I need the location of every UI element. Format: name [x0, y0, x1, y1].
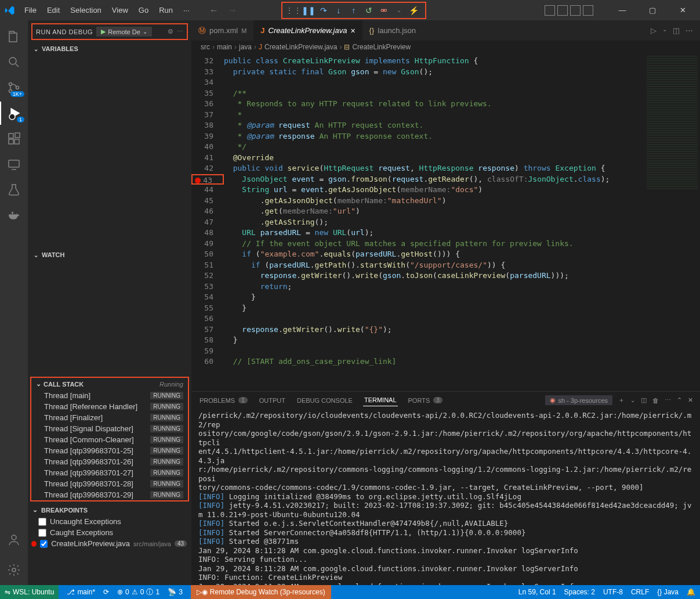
accounts-icon[interactable] — [0, 528, 28, 551]
thread-row[interactable]: Thread [qtp399683701-26]RUNNING — [31, 456, 188, 467]
line-gutter[interactable]: 3233343536373839404142434445464748495051… — [191, 53, 224, 391]
debug-config-dropdown[interactable]: ▶ Remote De ⌄ — [96, 27, 152, 37]
chevron-up-icon[interactable]: ⌃ — [677, 396, 682, 404]
hot-reload-icon[interactable]: ⚡ — [408, 4, 420, 17]
more-icon[interactable]: ⋯ — [177, 28, 183, 35]
minimap[interactable] — [644, 53, 700, 391]
debug-settings-icon[interactable]: ⚙ — [168, 28, 173, 35]
docker-icon[interactable] — [0, 204, 28, 227]
close-panel-icon[interactable]: ✕ — [688, 396, 693, 404]
breakpoint-line-43[interactable]: 43 — [191, 174, 224, 185]
kill-terminal-icon[interactable]: 🗑 — [652, 397, 659, 404]
thread-row[interactable]: Thread [Finalizer]RUNNING — [31, 412, 188, 423]
terminal-shell-picker[interactable]: ◉ sh - 3p-resources — [545, 395, 612, 405]
remote-explorer-icon[interactable] — [0, 153, 28, 176]
menu-selection[interactable]: Selection — [66, 3, 106, 17]
split-terminal-icon[interactable]: ◫ — [641, 396, 647, 404]
thread-row[interactable]: Thread [Common-Cleaner]RUNNING — [31, 434, 188, 445]
menu-edit[interactable]: Edit — [42, 3, 64, 17]
tab-debug-console[interactable]: DEBUG CONSOLE — [296, 395, 354, 406]
debug-status[interactable]: ▷◉ Remote Debug Watch (3p-resources) — [191, 585, 331, 599]
menu-view[interactable]: View — [107, 3, 133, 17]
close-tab-icon[interactable]: × — [350, 26, 355, 35]
titlebar: File Edit Selection View Go Run ··· ← → … — [0, 0, 700, 20]
layout-bottom-icon[interactable] — [557, 5, 568, 16]
nav-back-icon[interactable]: ← — [207, 4, 221, 17]
explorer-icon[interactable] — [0, 25, 28, 48]
chevron-down-icon[interactable]: ⌄ — [630, 397, 635, 403]
cursor-position[interactable]: Ln 59, Col 1 — [518, 588, 556, 596]
tab-createlinkpreview[interactable]: J CreateLinkPreview.java × — [253, 20, 362, 41]
git-branch[interactable]: ⎇main* — [67, 588, 95, 596]
thread-row[interactable]: Thread [qtp399683701-29]RUNNING — [31, 489, 188, 500]
search-icon[interactable] — [0, 50, 28, 74]
start-debug-icon[interactable]: ▶ — [101, 28, 106, 35]
step-out-icon[interactable]: ↑ — [347, 4, 360, 17]
thread-row[interactable]: Thread [main]RUNNING — [31, 390, 188, 401]
thread-row[interactable]: Thread [Signal Dispatcher]RUNNING — [31, 423, 188, 434]
checkbox[interactable] — [40, 540, 48, 548]
tab-terminal[interactable]: TERMINAL — [363, 394, 398, 406]
split-editor-icon[interactable]: ◫ — [673, 26, 680, 35]
notifications-icon[interactable]: 🔔 — [687, 588, 695, 596]
menu-go[interactable]: Go — [134, 3, 153, 17]
terminal-body[interactable]: /pierrick/.m2/repository/io/cloudevents/… — [191, 409, 700, 585]
minimize-button[interactable]: — — [610, 2, 635, 19]
step-over-icon[interactable]: ↷ — [317, 4, 330, 17]
thread-row[interactable]: Thread [qtp399683701-25]RUNNING — [31, 445, 188, 456]
testing-icon[interactable] — [0, 178, 28, 201]
pause-icon[interactable]: ❚❚ — [302, 4, 315, 17]
run-debug-icon[interactable]: 1 — [0, 102, 28, 125]
new-terminal-icon[interactable]: ＋ — [618, 396, 625, 405]
more-icon[interactable]: ⋯ — [665, 396, 671, 404]
breadcrumb[interactable]: src› main› java› J CreateLinkPreview.jav… — [191, 41, 700, 53]
maximize-button[interactable]: ▢ — [640, 2, 665, 19]
run-file-icon[interactable]: ▷ — [651, 26, 657, 35]
settings-gear-icon[interactable] — [0, 558, 28, 582]
thread-row[interactable]: Thread [qtp399683701-27]RUNNING — [31, 467, 188, 478]
breakpoint-uncaught[interactable]: Uncaught Exceptions — [28, 516, 191, 527]
encoding[interactable]: UTF-8 — [603, 588, 623, 596]
breakpoints-header[interactable]: ⌄ BREAKPOINTS — [28, 504, 191, 516]
source-control-icon[interactable]: 1K+ — [0, 76, 28, 99]
thread-row[interactable]: Thread [qtp399683701-28]RUNNING — [31, 478, 188, 489]
menu-run[interactable]: Run — [154, 3, 177, 17]
remote-indicator[interactable]: ⇋ WSL: Ubuntu — [0, 585, 59, 599]
drag-handle-icon[interactable]: ⋮⋮ — [287, 4, 300, 17]
chevron-down-icon[interactable]: ⌄ — [662, 26, 667, 35]
checkbox[interactable] — [38, 518, 46, 526]
step-into-icon[interactable]: ↓ — [332, 4, 345, 17]
more-icon[interactable]: ⋯ — [686, 26, 693, 35]
eol[interactable]: CRLF — [631, 588, 649, 596]
close-button[interactable]: ✕ — [670, 2, 695, 19]
thread-row[interactable]: Thread [Reference Handler]RUNNING — [31, 401, 188, 412]
sync-button[interactable]: ⟳ — [103, 588, 109, 596]
ports-status[interactable]: 📡3 — [168, 588, 183, 596]
breakpoint-file[interactable]: CreateLinkPreview.java src/main/java 43 — [28, 538, 191, 549]
layout-right-icon[interactable] — [570, 5, 581, 16]
extensions-icon[interactable] — [0, 127, 28, 150]
callstack-header[interactable]: ⌄ CALL STACK Running — [31, 378, 188, 390]
menu-more[interactable]: ··· — [179, 3, 194, 17]
chevron-down-icon: ⌄ — [143, 28, 147, 35]
chevron-down-icon[interactable]: ⌄ — [393, 4, 405, 17]
variables-header[interactable]: ⌄ VARIABLES — [28, 43, 191, 55]
restart-icon[interactable]: ↺ — [362, 4, 375, 17]
layout-left-icon[interactable] — [545, 5, 555, 16]
code-content[interactable]: public class CreateLinkPreview implement… — [224, 53, 610, 391]
tab-pom[interactable]: Ⓜ pom.xml M — [191, 20, 253, 41]
tab-output[interactable]: OUTPUT — [258, 395, 286, 406]
breakpoint-caught[interactable]: Caught Exceptions — [28, 527, 191, 538]
indentation[interactable]: Spaces: 2 — [564, 588, 595, 596]
layout-custom-icon[interactable] — [583, 5, 593, 16]
tab-problems[interactable]: PROBLEMS1 — [198, 395, 249, 406]
tab-ports[interactable]: PORTS3 — [407, 395, 444, 406]
code-editor[interactable]: 3233343536373839404142434445464748495051… — [191, 53, 700, 391]
problems-status[interactable]: ⊗0 ⚠0 ⓘ1 — [117, 587, 159, 597]
menu-file[interactable]: File — [20, 3, 41, 17]
language-mode[interactable]: {} Java — [657, 588, 679, 596]
tab-launchjson[interactable]: {} launch.json — [362, 20, 423, 41]
disconnect-icon[interactable]: ⚮ — [378, 4, 390, 17]
watch-header[interactable]: ⌄ WATCH — [28, 249, 191, 261]
checkbox[interactable] — [38, 529, 46, 537]
